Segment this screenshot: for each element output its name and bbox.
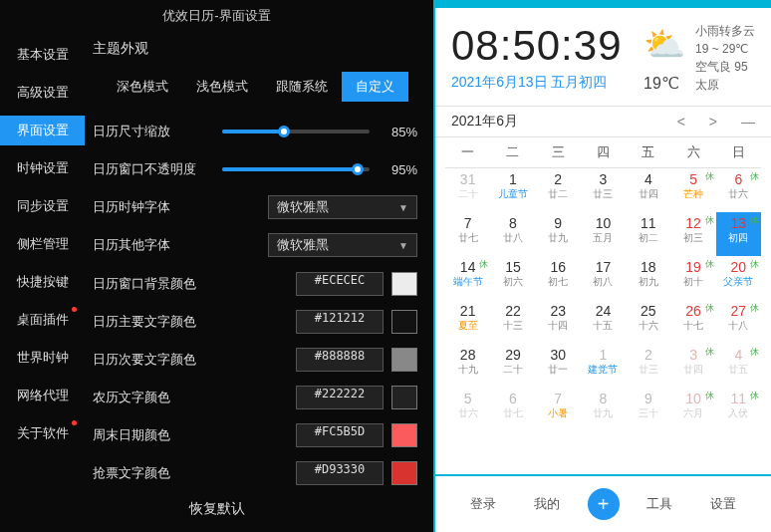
calendar-day[interactable]: 2廿三: [626, 344, 670, 388]
calendar-day[interactable]: 29二十: [490, 344, 535, 388]
calendar-day[interactable]: 17初八: [581, 256, 626, 300]
login-button[interactable]: 登录: [451, 495, 515, 513]
sidebar-item[interactable]: 世界时钟: [0, 343, 85, 373]
sidebar-item[interactable]: 高级设置: [0, 78, 85, 108]
settings-button[interactable]: 设置: [691, 495, 755, 513]
color-hex-input[interactable]: #222222: [296, 386, 384, 409]
calendar-day[interactable]: 休27十八: [716, 300, 761, 344]
weather-widget[interactable]: ⛅ 19℃ 小雨转多云 19 ~ 29℃ 空气良 95 太原: [643, 22, 755, 94]
reset-defaults-button[interactable]: 恢复默认: [0, 486, 433, 532]
calendar-day[interactable]: 31二十: [445, 168, 490, 212]
calendar-day[interactable]: 18初九: [626, 256, 670, 300]
next-month-button[interactable]: >: [709, 114, 717, 130]
slider-thumb[interactable]: [278, 126, 290, 137]
calendar-day[interactable]: 5廿六: [445, 388, 490, 431]
opacity-label: 日历窗口不透明度: [93, 160, 222, 178]
theme-tab[interactable]: 深色模式: [103, 72, 182, 102]
calendar-day[interactable]: 休19初十: [670, 256, 715, 300]
other-font-select[interactable]: 微软雅黑 ▼: [268, 233, 417, 257]
weekday-header: 一二三四五六日: [445, 137, 761, 168]
sidebar-item[interactable]: 侧栏管理: [0, 229, 85, 259]
clock-font-select[interactable]: 微软雅黑 ▼: [268, 195, 417, 219]
calendar-day[interactable]: 8廿八: [490, 212, 535, 256]
theme-tab[interactable]: 跟随系统: [262, 72, 342, 102]
scale-slider[interactable]: [222, 130, 370, 133]
theme-tabs: 深色模式浅色模式跟随系统自定义: [103, 72, 417, 102]
sidebar-item[interactable]: 时钟设置: [0, 153, 85, 183]
calendar-day[interactable]: 23十四: [536, 300, 581, 344]
color-hex-input[interactable]: #ECECEC: [296, 272, 384, 296]
sidebar-item[interactable]: 同步设置: [0, 191, 85, 221]
calendar-day[interactable]: 30廿一: [536, 344, 581, 388]
calendar-day[interactable]: 2廿二: [536, 168, 581, 212]
days-grid: 31二十1儿童节2廿二3廿三4廿四休5芒种休6廿六7廿七8廿八9廿九10五月11…: [445, 168, 761, 431]
color-hex-input[interactable]: #FC5B5D: [296, 423, 384, 447]
calendar-day[interactable]: 24十五: [581, 300, 626, 344]
sidebar-item[interactable]: 网络代理: [0, 381, 85, 410]
mine-button[interactable]: 我的: [515, 495, 579, 513]
color-swatch[interactable]: [391, 386, 417, 409]
sidebar-item[interactable]: 界面设置: [0, 116, 85, 145]
calendar-day[interactable]: 7小暑: [536, 388, 581, 431]
weather-city: 太原: [695, 76, 755, 94]
calendar-day[interactable]: 16初七: [536, 256, 581, 300]
calendar-day[interactable]: 1建党节: [581, 344, 626, 388]
sidebar-item[interactable]: 基本设置: [0, 40, 85, 70]
color-swatch[interactable]: [391, 348, 417, 372]
calendar-day[interactable]: 21夏至: [445, 300, 490, 344]
calendar-day[interactable]: 8廿九: [581, 388, 626, 431]
calendar-day[interactable]: 7廿七: [445, 212, 490, 256]
calendar-day[interactable]: 9廿九: [536, 212, 581, 256]
weather-aqi: 空气良 95: [695, 58, 755, 76]
calendar-day[interactable]: 1儿童节: [490, 168, 535, 212]
sidebar-item[interactable]: 桌面插件: [0, 305, 85, 335]
calendar-day[interactable]: 休13初四: [716, 212, 761, 256]
color-hex-input[interactable]: #888888: [296, 348, 384, 372]
color-hex-input[interactable]: #121212: [296, 310, 384, 334]
calendar-day[interactable]: 6廿七: [490, 388, 535, 431]
calendar-day[interactable]: 22十三: [490, 300, 535, 344]
calendar-day[interactable]: 休6廿六: [716, 168, 761, 212]
calendar-day[interactable]: 9三十: [626, 388, 670, 431]
opacity-slider[interactable]: [222, 167, 370, 171]
color-swatch[interactable]: [391, 310, 417, 334]
tools-button[interactable]: 工具: [628, 495, 691, 513]
theme-tab[interactable]: 浅色模式: [182, 72, 262, 102]
color-label: 日历主要文字颜色: [93, 313, 222, 331]
chevron-down-icon: ▼: [398, 202, 408, 213]
color-swatch[interactable]: [391, 461, 417, 485]
calendar-day[interactable]: 休26十七: [670, 300, 715, 344]
month-label[interactable]: 2021年6月: [451, 113, 518, 131]
calendar-day[interactable]: 3廿三: [581, 168, 626, 212]
calendar-day[interactable]: 休10六月: [670, 388, 715, 431]
other-font-label: 日历其他字体: [93, 236, 222, 254]
calendar-day[interactable]: 休20父亲节: [716, 256, 761, 300]
color-swatch[interactable]: [391, 272, 417, 296]
chevron-down-icon: ▼: [398, 240, 408, 251]
calendar-day[interactable]: 25十六: [626, 300, 670, 344]
calendar-day[interactable]: 28十九: [445, 344, 490, 388]
color-swatch[interactable]: [391, 423, 417, 447]
calendar-day[interactable]: 4廿四: [626, 168, 670, 212]
bottom-bar: 登录 我的 + 工具 设置: [435, 474, 771, 532]
date-line: 2021年6月13日 五月初四: [451, 74, 623, 92]
settings-panel: 优效日历-界面设置 基本设置高级设置界面设置时钟设置同步设置侧栏管理快捷按键桌面…: [0, 0, 435, 532]
prev-month-button[interactable]: <: [677, 114, 685, 130]
calendar-day[interactable]: 休11入伏: [716, 388, 761, 431]
calendar-day[interactable]: 休4廿五: [716, 344, 761, 388]
sidebar-item[interactable]: 关于软件: [0, 418, 85, 448]
collapse-button[interactable]: —: [741, 114, 755, 130]
color-hex-input[interactable]: #D93330: [296, 461, 384, 485]
calendar-day[interactable]: 休5芒种: [670, 168, 715, 212]
section-title: 主题外观: [93, 40, 417, 58]
calendar-day[interactable]: 休14端午节: [445, 256, 490, 300]
sidebar-item[interactable]: 快捷按键: [0, 267, 85, 297]
calendar-day[interactable]: 休12初三: [670, 212, 715, 256]
add-button[interactable]: +: [588, 488, 620, 520]
theme-tab[interactable]: 自定义: [342, 72, 408, 102]
calendar-day[interactable]: 11初二: [626, 212, 670, 256]
calendar-day[interactable]: 15初六: [490, 256, 535, 300]
slider-thumb[interactable]: [352, 163, 364, 175]
calendar-day[interactable]: 休3廿四: [670, 344, 715, 388]
calendar-day[interactable]: 10五月: [581, 212, 626, 256]
